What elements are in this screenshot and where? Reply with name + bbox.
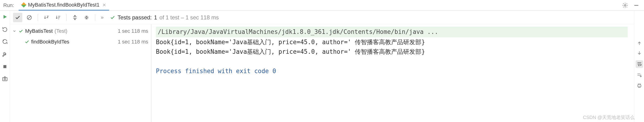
svg-point-0	[624, 5, 626, 6]
sort-duration-button[interactable]	[53, 13, 62, 22]
test-config-icon	[21, 2, 26, 8]
up-icon[interactable]	[637, 41, 642, 46]
tree-root-paren: (Test)	[55, 28, 68, 34]
close-icon[interactable]	[102, 3, 106, 7]
tab-title: MyBatisTest.findBookByIdTest1	[28, 2, 99, 8]
tests-passed-count: 1	[154, 14, 157, 21]
right-gutter	[634, 11, 644, 122]
watermark: CSDN @天荒地老笑话么	[583, 114, 635, 120]
down-icon[interactable]	[637, 50, 642, 56]
tree-root-time: 1 sec 118 ms	[118, 28, 148, 34]
chevron-down-icon[interactable]	[12, 29, 17, 33]
console-line: Book{id=1, bookName='Java基础入门, price=45.…	[156, 37, 630, 47]
tree-child-name: findBookByIdTes	[31, 39, 69, 45]
tests-passed-label: Tests passed:	[118, 14, 152, 21]
hide-icon[interactable]	[633, 2, 639, 9]
tree-root-name: MyBatisTest	[25, 28, 53, 34]
test-toolbar: » Tests passed: 1 of 1 test – 1 sec 118 …	[10, 11, 634, 24]
print-icon[interactable]	[636, 83, 642, 88]
console-command-line: /Library/Java/JavaVirtualMachines/jdk1.8…	[156, 27, 628, 37]
run-tab[interactable]: MyBatisTest.findBookByIdTest1	[18, 0, 109, 11]
test-tree: MyBatisTest (Test) 1 sec 118 ms findBook…	[10, 24, 151, 122]
show-ignored-button[interactable]	[25, 13, 34, 22]
show-passed-button[interactable]	[13, 13, 22, 22]
tree-child-time: 1 sec 118 ms	[118, 39, 148, 45]
wrench-icon[interactable]	[2, 51, 8, 57]
svg-rect-2	[3, 65, 6, 68]
svg-rect-6	[638, 85, 641, 87]
separator	[66, 14, 66, 21]
toggle-auto-test-icon[interactable]	[2, 39, 8, 45]
svg-point-1	[3, 40, 4, 41]
left-gutter	[0, 11, 10, 122]
soft-wrap-icon[interactable]	[636, 60, 643, 68]
separator	[95, 14, 95, 21]
svg-point-4	[4, 78, 6, 80]
console-line: Book{id=1, bookName='Java基础入门, price=45.…	[156, 47, 630, 57]
tests-suffix: of 1 test – 1 sec 118 ms	[159, 14, 219, 21]
console-exit-line: Process finished with exit code 0	[156, 66, 630, 76]
run-label: Run:	[2, 2, 15, 9]
scroll-to-end-icon[interactable]	[636, 73, 642, 78]
expand-all-button[interactable]	[70, 13, 80, 22]
console-output[interactable]: /Library/Java/JavaVirtualMachines/jdk1.8…	[151, 24, 634, 122]
rerun-failed-icon[interactable]	[2, 26, 8, 32]
gear-icon[interactable]	[622, 2, 628, 9]
more-button[interactable]: »	[99, 15, 106, 21]
tree-root-row[interactable]: MyBatisTest (Test) 1 sec 118 ms	[10, 26, 151, 36]
separator	[38, 14, 38, 21]
tab-bar: Run: MyBatisTest.findBookByIdTest1	[0, 0, 644, 11]
rerun-icon[interactable]	[2, 14, 8, 20]
sort-alpha-button[interactable]	[42, 13, 51, 22]
stop-icon[interactable]	[2, 64, 8, 69]
collapse-all-button[interactable]	[82, 13, 91, 22]
tests-status: Tests passed: 1 of 1 test – 1 sec 118 ms	[110, 14, 219, 21]
tree-child-row[interactable]: findBookByIdTes 1 sec 118 ms	[10, 36, 151, 47]
check-icon	[18, 29, 23, 33]
camera-icon[interactable]	[2, 76, 8, 82]
check-icon	[25, 39, 29, 44]
check-icon	[110, 15, 115, 20]
